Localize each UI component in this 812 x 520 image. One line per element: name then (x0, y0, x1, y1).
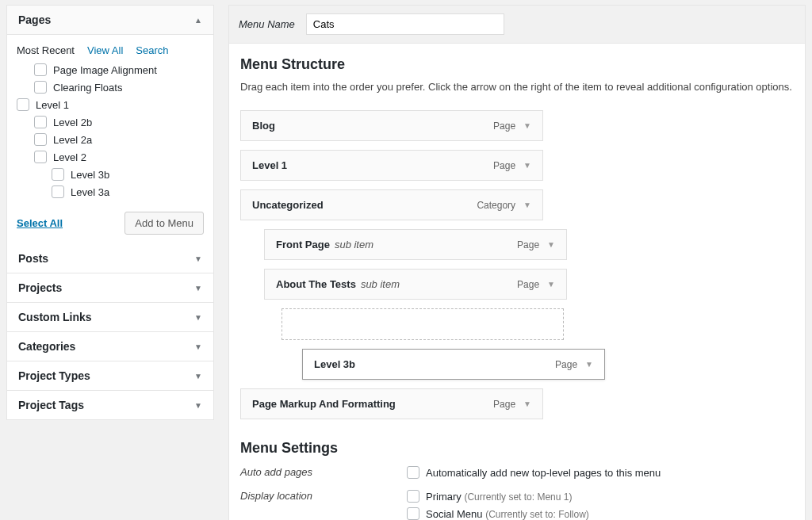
chevron-down-icon: ▼ (194, 284, 202, 292)
menu-item-type: Page (493, 399, 515, 410)
panel-header[interactable]: Project Types▼ (7, 361, 213, 390)
display-location-label: Display location (240, 490, 359, 502)
menu-settings-title: Menu Settings (240, 440, 794, 457)
display-location-label-text: Primary (Currently set to: Menu 1) (426, 491, 572, 503)
page-label: Level 2 (53, 151, 86, 163)
menu-item-title: Level 1 (252, 159, 493, 171)
panel-title: Posts (18, 252, 48, 265)
tab-view-all[interactable]: View All (87, 44, 123, 56)
drop-placeholder (282, 308, 564, 340)
page-list-item: Page Image Alignment (34, 61, 199, 78)
page-list-item: Level 2 (34, 148, 199, 166)
menu-items-list: BlogPage▼Level 1Page▼UncategorizedCatego… (240, 110, 794, 419)
menu-item-type: Page (493, 160, 515, 171)
panel-header[interactable]: Categories▼ (7, 331, 213, 361)
chevron-up-icon: ▲ (194, 16, 202, 25)
page-label: Level 1 (36, 99, 69, 111)
auto-add-pages-label: Auto add pages (240, 466, 359, 478)
page-list-item: Level 2a (34, 131, 199, 148)
menu-structure-help: Drag each item into the order you prefer… (240, 81, 794, 93)
auto-add-pages-checkbox[interactable] (407, 466, 419, 479)
page-label: Level 3b (71, 169, 109, 181)
menu-item-type: Page (493, 120, 515, 132)
chevron-down-icon: ▼ (194, 313, 202, 322)
add-to-menu-button[interactable]: Add to Menu (124, 212, 204, 235)
page-label: Level 2a (53, 134, 92, 146)
page-checkbox[interactable] (34, 116, 47, 128)
display-location-option[interactable]: Primary (Currently set to: Menu 1) (407, 490, 589, 503)
page-checkbox[interactable] (17, 98, 29, 111)
chevron-down-icon[interactable]: ▼ (547, 240, 555, 249)
page-label: Clearing Floats (53, 82, 122, 94)
menu-item-title: Uncategorized (252, 199, 477, 211)
chevron-down-icon: ▼ (194, 342, 202, 351)
page-checkbox[interactable] (52, 185, 64, 198)
panel-title: Custom Links (18, 311, 92, 323)
select-all-link[interactable]: Select All (17, 217, 63, 229)
chevron-down-icon[interactable]: ▼ (523, 161, 531, 170)
page-label: Page Image Alignment (53, 64, 157, 76)
menu-item[interactable]: BlogPage▼ (240, 110, 543, 141)
page-label: Level 2b (53, 117, 92, 128)
chevron-down-icon[interactable]: ▼ (523, 121, 531, 130)
chevron-down-icon: ▼ (194, 254, 202, 263)
page-list-item: Level 3b (52, 166, 199, 183)
menu-item[interactable]: Level 3bPage▼ (302, 349, 605, 380)
display-location-checkbox[interactable] (407, 507, 419, 520)
page-checkbox[interactable] (52, 168, 64, 181)
panel-header[interactable]: Project Tags▼ (7, 390, 213, 419)
chevron-down-icon: ▼ (194, 372, 202, 380)
display-location-hint: (Currently set to: Follow) (485, 509, 589, 520)
menu-item[interactable]: Level 1Page▼ (240, 150, 543, 181)
menu-item[interactable]: UncategorizedCategory▼ (240, 189, 543, 220)
auto-add-pages-option[interactable]: Automatically add new top-level pages to… (407, 466, 661, 479)
menu-name-input[interactable] (306, 13, 504, 35)
page-list: Page Image AlignmentClearing FloatsLevel… (17, 61, 204, 201)
panel-title: Project Types (18, 369, 90, 382)
chevron-down-icon[interactable]: ▼ (547, 280, 555, 289)
page-checkbox[interactable] (34, 151, 47, 163)
panel-title: Categories (18, 340, 75, 353)
display-location-label-text: Social Menu (Currently set to: Follow) (426, 508, 589, 520)
menu-item-sub-label: sub item (361, 278, 400, 290)
page-list-item: Clearing Floats (34, 78, 199, 96)
menu-item-title: About The Testssub item (276, 278, 517, 290)
page-checkbox[interactable] (34, 63, 47, 76)
menu-item-title: Blog (252, 120, 493, 132)
display-location-hint: (Currently set to: Menu 1) (464, 491, 572, 503)
tab-search[interactable]: Search (136, 44, 168, 56)
menu-item-title: Page Markup And Formatting (252, 398, 493, 410)
page-list-item: Level 3a (52, 183, 199, 201)
menu-item-title: Front Pagesub item (276, 239, 517, 250)
menu-structure-title: Menu Structure (240, 56, 794, 73)
panel-pages-title: Pages (18, 13, 51, 26)
page-checkbox[interactable] (34, 133, 47, 146)
chevron-down-icon: ▼ (194, 401, 202, 410)
menu-item-type: Category (477, 200, 515, 211)
page-label: Level 3a (71, 186, 109, 198)
menu-item-sub-label: sub item (335, 239, 373, 250)
panel-header[interactable]: Custom Links▼ (7, 302, 213, 331)
menu-item-type: Page (555, 359, 577, 370)
menu-name-label: Menu Name (239, 18, 295, 30)
tab-most-recent[interactable]: Most Recent (17, 44, 75, 56)
menu-item[interactable]: About The Testssub itemPage▼ (264, 269, 567, 300)
page-checkbox[interactable] (34, 81, 47, 94)
panel-header[interactable]: Posts▼ (7, 244, 213, 273)
panel-header[interactable]: Projects▼ (7, 273, 213, 302)
panel-title: Projects (18, 281, 62, 294)
chevron-down-icon[interactable]: ▼ (585, 360, 593, 369)
chevron-down-icon[interactable]: ▼ (523, 201, 531, 209)
display-location-option[interactable]: Social Menu (Currently set to: Follow) (407, 507, 589, 520)
menu-item-type: Page (517, 239, 539, 250)
menu-item-title: Level 3b (314, 358, 555, 370)
panel-title: Project Tags (18, 399, 84, 411)
page-list-item: Level 1 (17, 96, 199, 113)
page-list-item: Level 2b (34, 113, 199, 131)
menu-item-type: Page (517, 279, 539, 290)
menu-item[interactable]: Page Markup And FormattingPage▼ (240, 388, 543, 419)
display-location-checkbox[interactable] (407, 490, 419, 503)
chevron-down-icon[interactable]: ▼ (523, 400, 531, 408)
menu-item[interactable]: Front Pagesub itemPage▼ (264, 229, 567, 260)
panel-pages-header[interactable]: Pages ▲ (7, 6, 213, 34)
